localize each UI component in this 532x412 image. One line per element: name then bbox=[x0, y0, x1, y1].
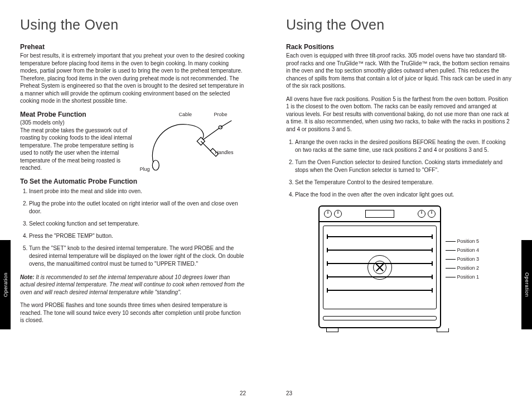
rack-position-labels: Position 5 Position 4 Position 3 Positio… bbox=[446, 239, 480, 284]
step-item: Place the food in the oven after the ove… bbox=[295, 191, 512, 199]
label-position-2: Position 2 bbox=[446, 266, 480, 271]
label-position-4: Position 4 bbox=[446, 248, 480, 253]
oven-foot-icon bbox=[437, 328, 449, 332]
label-cable: Cable bbox=[178, 112, 192, 117]
door-handle-icon bbox=[323, 316, 437, 320]
heading-auto-probe: To Set the Automatic Probe Function bbox=[20, 178, 154, 185]
oven-diagram: Position 5 Position 4 Position 3 Positio… bbox=[318, 205, 480, 333]
oven-foot-icon bbox=[326, 328, 338, 332]
step-item: Insert probe into the meat and slide int… bbox=[29, 188, 246, 195]
label-position-5: Position 5 bbox=[446, 239, 480, 244]
oven-outline bbox=[318, 205, 441, 328]
step-item: Turn the "SET" knob to the desired inter… bbox=[29, 245, 246, 268]
oven-door bbox=[320, 313, 440, 327]
body-rack-p1: Each oven is equipped with three tilt-pr… bbox=[286, 52, 512, 90]
rack-position-3 bbox=[327, 263, 433, 264]
oven-cavity bbox=[323, 226, 437, 309]
svg-point-0 bbox=[153, 160, 159, 170]
label-position-3: Position 3 bbox=[446, 257, 480, 262]
label-plug: Plug bbox=[139, 166, 149, 172]
page-22: Using the Oven Preheat For best results,… bbox=[0, 0, 266, 412]
rack-position-5 bbox=[327, 236, 433, 237]
probe-illustration bbox=[139, 111, 246, 178]
rack-steps: Arrange the oven racks in the desired po… bbox=[286, 138, 512, 199]
page-23: Using the Oven Rack Positions Each oven … bbox=[266, 0, 532, 412]
page-title: Using the Oven bbox=[286, 17, 512, 33]
rack-position-2 bbox=[327, 276, 433, 277]
step-item: Turn the Oven Function selector to desir… bbox=[295, 159, 512, 174]
oven-control-panel bbox=[320, 207, 440, 222]
step-item: Select cooking function and set temperat… bbox=[29, 220, 246, 228]
step-item: Plug the probe into the outlet located o… bbox=[29, 200, 246, 215]
body-meat-probe: The meat probe takes the guesswork out o… bbox=[20, 127, 135, 172]
svg-line-4 bbox=[221, 121, 232, 127]
body-preheat: For best results, it is extremely import… bbox=[20, 52, 246, 105]
body-rack-p2: All ovens have five rack positions. Posi… bbox=[286, 95, 512, 133]
label-position-1: Position 1 bbox=[446, 275, 480, 280]
note-body: It is recommended to set the internal te… bbox=[20, 274, 244, 295]
step-item: Arrange the oven racks in the desired po… bbox=[295, 138, 512, 154]
step-item: Set the Temperature Control to the desir… bbox=[295, 179, 512, 186]
step-item: Press the "PROBE TEMP" button. bbox=[29, 232, 246, 240]
page-number: 23 bbox=[286, 390, 292, 396]
note-label: Note: bbox=[20, 274, 35, 280]
auto-probe-steps: Insert probe into the meat and slide int… bbox=[20, 188, 246, 268]
page-number: 22 bbox=[240, 390, 246, 396]
note-probe-temp: Note: It is recommended to set the inter… bbox=[20, 274, 246, 296]
knob-icon bbox=[418, 210, 425, 218]
subhead-305-only: (305 models only) bbox=[20, 119, 135, 126]
label-probe: Probe bbox=[214, 112, 227, 117]
svg-line-1 bbox=[201, 127, 221, 141]
page-title: Using the Oven bbox=[20, 17, 246, 33]
knob-icon bbox=[428, 210, 436, 218]
display-icon bbox=[365, 210, 394, 218]
rack-position-1 bbox=[327, 290, 433, 291]
heading-meat-probe: Meat Probe Function bbox=[20, 111, 135, 118]
knob-icon bbox=[334, 210, 342, 218]
knob-icon bbox=[324, 210, 332, 218]
meat-probe-diagram: Cable Probe Handles Plug bbox=[139, 111, 246, 178]
heading-rack-positions: Rack Positions bbox=[286, 43, 512, 51]
body-probe-closing: The word PROBE flashes and tone sounds t… bbox=[20, 301, 246, 324]
label-handles: Handles bbox=[215, 150, 233, 155]
rack-position-4 bbox=[327, 250, 433, 251]
heading-preheat: Preheat bbox=[20, 43, 246, 51]
